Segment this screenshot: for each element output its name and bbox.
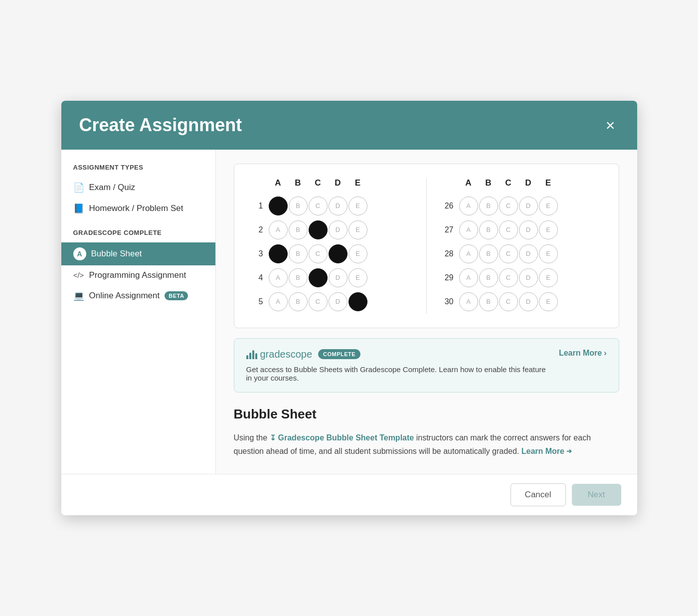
bubble-row-30: 30 A B C D E [441, 290, 603, 314]
cancel-button[interactable]: Cancel [511, 483, 566, 506]
bubble-30-e: E [539, 292, 558, 311]
sidebar-item-online-label: Online Assignment [89, 291, 160, 301]
sidebar-item-programming[interactable]: </> Programming Assignment [61, 265, 215, 285]
bubble-30-c: C [499, 292, 518, 311]
bubble-row-29: 29 A B C D E [441, 266, 603, 290]
bubble-5-b: B [289, 292, 308, 311]
bubble-3-c: C [309, 244, 328, 263]
sidebar-item-bubble[interactable]: A Bubble Sheet [61, 242, 215, 265]
create-assignment-modal: Create Assignment × ASSIGNMENT TYPES 📄 E… [61, 101, 637, 516]
col-header-a-right: A [459, 178, 479, 188]
bubble-3-a [269, 244, 288, 263]
sidebar-item-homework[interactable]: 📘 Homework / Problem Set [61, 198, 215, 219]
bubble-27-d: D [519, 220, 538, 239]
bubble-1-e: E [349, 197, 367, 215]
bubble-icon: A [73, 247, 86, 260]
bubble-row-28: 28 A B C D E [441, 242, 603, 266]
bubble-4-a: A [269, 268, 288, 287]
info-box-learn-more-link[interactable]: Learn More › [559, 349, 607, 358]
bubble-26-e: E [539, 197, 558, 215]
bubble-row-5: 5 A B C D [250, 290, 412, 314]
bubble-29-b: B [479, 268, 498, 287]
col-header-c-left: C [308, 178, 328, 188]
bubble-row-1: 1 B C D E [250, 194, 412, 218]
col-header-d-right: D [519, 178, 538, 188]
bubble-3-e: E [349, 244, 367, 263]
bubble-col-headers-right: A B C D E [441, 178, 603, 192]
bubble-2-d: D [329, 220, 348, 239]
gradescope-complete-info-box: gradescope COMPLETE Get access to Bubble… [234, 338, 619, 393]
col-header-c-right: C [499, 178, 519, 188]
exam-icon: 📄 [73, 182, 84, 193]
bubble-3-d [329, 244, 348, 263]
col-header-a-left: A [268, 178, 288, 188]
bubble-half-right: A B C D E 26 A B C D E 2 [441, 178, 603, 314]
bubble-row-4: 4 A B D E [250, 266, 412, 290]
sidebar-section-complete: GRADESCOPE COMPLETE [61, 229, 215, 242]
bubble-1-b: B [289, 197, 308, 215]
bubble-29-e: E [539, 268, 558, 287]
bubble-5-d: D [329, 292, 348, 311]
homework-icon: 📘 [73, 203, 84, 214]
close-button[interactable]: × [602, 115, 619, 135]
sidebar-item-online[interactable]: 💻 Online Assignment BETA [61, 285, 215, 306]
bubble-26-c: C [499, 197, 518, 215]
chevron-right-icon: › [604, 349, 606, 358]
modal-title: Create Assignment [79, 115, 242, 136]
main-content: A B C D E 1 B C D E [216, 150, 637, 474]
bubble-2-c [309, 220, 328, 239]
next-button[interactable]: Next [572, 484, 621, 506]
bubble-29-a: A [459, 268, 478, 287]
bubble-4-e: E [349, 268, 367, 287]
bubble-30-a: A [459, 292, 478, 311]
bubble-divider [426, 178, 427, 314]
bubble-2-a: A [269, 220, 288, 239]
bubble-5-c: C [309, 292, 328, 311]
beta-badge: BETA [165, 291, 188, 300]
bubble-27-a: A [459, 220, 478, 239]
bubble-row-3: 3 B C E [250, 242, 412, 266]
sidebar-section-types: ASSIGNMENT TYPES [61, 164, 215, 177]
external-link-icon: ➔ [566, 446, 572, 457]
col-header-b-left: B [288, 178, 308, 188]
gradescope-logo: gradescope [246, 349, 313, 360]
bubble-sheet-preview: A B C D E 1 B C D E [234, 164, 619, 328]
bubble-27-b: B [479, 220, 498, 239]
description-section: Bubble Sheet Using the ↧ Gradescope Bubb… [234, 405, 619, 460]
bubble-28-d: D [519, 244, 538, 263]
col-header-d-left: D [328, 178, 348, 188]
bubble-4-c [309, 268, 328, 287]
bubble-26-d: D [519, 197, 538, 215]
download-icon: ↧ [270, 431, 276, 444]
description-learn-more-link[interactable]: Learn More ➔ [522, 444, 572, 458]
bubble-row-26: 26 A B C D E [441, 194, 603, 218]
bubble-28-a: A [459, 244, 478, 263]
bubble-1-c: C [309, 197, 328, 215]
bubble-4-b: B [289, 268, 308, 287]
bubble-col-headers-left: A B C D E [250, 178, 412, 192]
bubble-26-b: B [479, 197, 498, 215]
bubble-29-c: C [499, 268, 518, 287]
sidebar-item-programming-label: Programming Assignment [89, 270, 186, 280]
bubble-1-d: D [329, 197, 348, 215]
sidebar-item-exam[interactable]: 📄 Exam / Quiz [61, 177, 215, 198]
bubble-2-e: E [349, 220, 367, 239]
bubble-30-b: B [479, 292, 498, 311]
sidebar: ASSIGNMENT TYPES 📄 Exam / Quiz 📘 Homewor… [61, 150, 216, 474]
bubble-sheet-template-link[interactable]: ↧ Gradescope Bubble Sheet Template [270, 431, 414, 444]
col-header-e-left: E [348, 178, 368, 188]
gradescope-logo-text: gradescope [260, 349, 313, 360]
bubble-4-d: D [329, 268, 348, 287]
sidebar-item-exam-label: Exam / Quiz [89, 183, 136, 193]
bubble-5-e [349, 292, 367, 311]
bubble-30-d: D [519, 292, 538, 311]
info-box-header: gradescope COMPLETE [246, 349, 551, 360]
bubble-1-a [269, 197, 288, 215]
col-header-b-right: B [479, 178, 499, 188]
sidebar-item-bubble-label: Bubble Sheet [91, 249, 142, 259]
bubble-3-b: B [289, 244, 308, 263]
bubble-26-a: A [459, 197, 478, 215]
bubble-2-b: B [289, 220, 308, 239]
bubble-5-a: A [269, 292, 288, 311]
complete-badge: COMPLETE [318, 349, 360, 359]
